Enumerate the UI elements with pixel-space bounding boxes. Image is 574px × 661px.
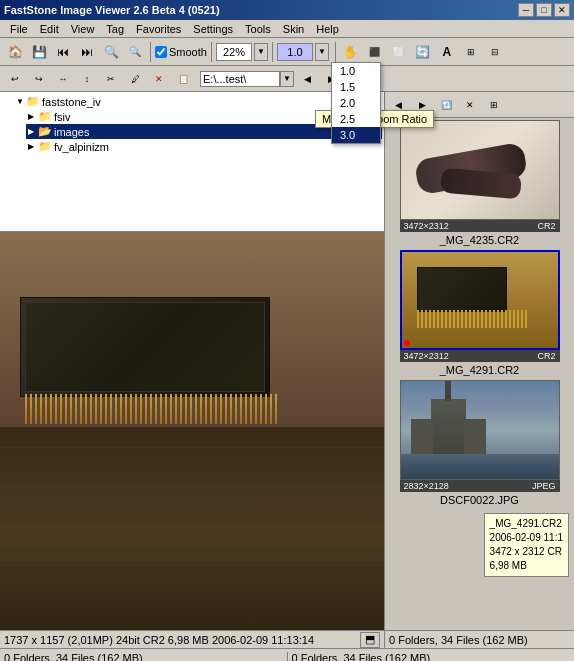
thumb-item-1[interactable]: 3472×2312 CR2 _MG_4235.CR2 (387, 120, 572, 246)
chip-thumb-pins (417, 310, 527, 328)
tb2-btn4[interactable]: ↕ (76, 68, 98, 90)
bg-bottom (0, 427, 384, 630)
menu-edit[interactable]: Edit (34, 22, 65, 36)
folder-icon-faststone: 📁 (26, 95, 40, 108)
chip-thumb-body (417, 267, 507, 312)
folder-icon-images: 📂 (38, 125, 52, 138)
ratio-option-4[interactable]: 2.5 (332, 111, 380, 127)
main-image-display (0, 232, 384, 630)
chip-pins-top (25, 394, 277, 424)
wood-line2 (0, 487, 384, 488)
toolbar-sep3 (272, 42, 273, 62)
toolbar-rotate-btn[interactable]: 🔄 (412, 41, 434, 63)
thumb-item-3[interactable]: 2832×2128 JPEG DSCF0022.JPG (387, 380, 572, 506)
ratio-option-2[interactable]: 1.5 (332, 79, 380, 95)
path-input[interactable] (200, 71, 280, 87)
toolbar-save-btn[interactable]: 💾 (28, 41, 50, 63)
tree-item-faststone[interactable]: ▼ 📁 faststone_iv (14, 94, 382, 109)
toolbar-zoom-in-btn[interactable]: 🔍 (100, 41, 122, 63)
tb2-btn7[interactable]: ✕ (148, 68, 170, 90)
toolbar-extra-btn[interactable]: ⊟ (484, 41, 506, 63)
bottom-status: 0 Folders, 34 Files (162 MB) 0 Folders, … (0, 648, 574, 661)
ratio-dropdown-btn[interactable]: ▼ (315, 43, 329, 61)
rt-btn4[interactable]: ✕ (459, 94, 481, 116)
right-panel: ◀ ▶ 🔃 ✕ ⊞ 3472×2312 CR2 (385, 92, 574, 648)
status-btn[interactable]: ⬒ (360, 632, 380, 648)
toolbar-pan-btn[interactable]: ✋ (340, 41, 362, 63)
red-dot-indicator (404, 340, 410, 346)
thumb-item-2[interactable]: 3472×2312 CR2 _MG_4291.CR2 (387, 250, 572, 376)
thumb-name-2: _MG_4291.CR2 (387, 364, 572, 376)
water (401, 454, 559, 479)
ratio-option-3[interactable]: 2.0 (332, 95, 380, 111)
tree-label-alpinizm: fv_alpinizm (54, 141, 109, 153)
toolbar-zoom-out-btn[interactable]: 🔍 (124, 41, 146, 63)
rt-btn3[interactable]: 🔃 (435, 94, 457, 116)
thumb-img-3 (400, 380, 560, 480)
thumb-name-1: _MG_4235.CR2 (387, 234, 572, 246)
tb2-btn6[interactable]: 🖊 (124, 68, 146, 90)
building-bg (401, 381, 559, 479)
zoom-dropdown-btn[interactable]: ▼ (254, 43, 268, 61)
tb2-btn2[interactable]: ↪ (28, 68, 50, 90)
menu-settings[interactable]: Settings (187, 22, 239, 36)
menu-file[interactable]: File (4, 22, 34, 36)
wood-line3 (0, 527, 384, 528)
toolbar-fit-btn[interactable]: ⬛ (364, 41, 386, 63)
minimize-button[interactable]: ─ (518, 3, 534, 17)
toolbar-actual-btn[interactable]: ⬜ (388, 41, 410, 63)
status-right: 0 Folders, 34 Files (162 MB) (288, 652, 575, 662)
menubar: File Edit View Tag Favorites Settings To… (0, 20, 574, 38)
menu-tools[interactable]: Tools (239, 22, 277, 36)
building-left (411, 419, 433, 454)
folder-icon-fsiv: 📁 (38, 110, 52, 123)
toolbar-prev-btn[interactable]: ⏮ (52, 41, 74, 63)
main-area: ▼ 📁 faststone_iv ▶ 📁 fsiv ▶ 📂 images ▶ 📁… (0, 92, 574, 648)
tree-label-faststone: faststone_iv (42, 96, 101, 108)
maximize-button[interactable]: □ (536, 3, 552, 17)
building-main (431, 399, 466, 454)
popup-line2: 2006-02-09 11:1 (490, 531, 563, 545)
wood-line5 (0, 607, 384, 608)
tb2-btn3[interactable]: ↔ (52, 68, 74, 90)
titlebar: FastStone Image Viewer 2.6 Beta 4 (0521)… (0, 0, 574, 20)
rt-btn5[interactable]: ⊞ (483, 94, 505, 116)
smooth-check-input[interactable] (155, 46, 167, 58)
ratio-option-5[interactable]: 3.0 (332, 127, 380, 143)
thumb-format-3: JPEG (532, 481, 556, 491)
toolbar-home-btn[interactable]: 🏠 (4, 41, 26, 63)
menu-favorites[interactable]: Favorites (130, 22, 187, 36)
tb2-nav1[interactable]: ◀ (296, 68, 318, 90)
thumb-dims-2: 3472×2312 (404, 351, 449, 361)
ratio-input[interactable] (277, 43, 313, 61)
menu-help[interactable]: Help (310, 22, 345, 36)
tb2-btn1[interactable]: ↩ (4, 68, 26, 90)
expand-icon-alpinizm: ▶ (28, 142, 36, 151)
path-dropdown-btn[interactable]: ▼ (280, 71, 294, 87)
tb2-btn8[interactable]: 📋 (172, 68, 194, 90)
wood-line1 (0, 447, 384, 448)
building-right (464, 419, 486, 454)
left-panel: ▼ 📁 faststone_iv ▶ 📁 fsiv ▶ 📂 images ▶ 📁… (0, 92, 385, 648)
ratio-option-1[interactable]: 1.0 (332, 63, 380, 79)
zoom-input[interactable] (216, 43, 252, 61)
toolbar-sep2 (211, 42, 212, 62)
menu-skin[interactable]: Skin (277, 22, 310, 36)
right-status-bar: 0 Folders, 34 Files (162 MB) (385, 630, 574, 648)
popup-line4: 6,98 MB (490, 559, 563, 573)
menu-tag[interactable]: Tag (100, 22, 130, 36)
toolbar-next-btn[interactable]: ⏭ (76, 41, 98, 63)
tb2-btn5[interactable]: ✂ (100, 68, 122, 90)
image-info-popup: _MG_4291.CR2 2006-02-09 11:1 3472 x 2312… (484, 513, 569, 577)
toolbar-text-btn[interactable]: A (436, 41, 458, 63)
thumb-dims-1: 3472×2312 (404, 221, 449, 231)
smooth-checkbox[interactable]: Smooth (155, 46, 207, 58)
chip-thumb-bg (402, 252, 558, 348)
thumb-img-2 (400, 250, 560, 350)
thumbnail-area: 3472×2312 CR2 _MG_4235.CR2 (385, 118, 574, 630)
menu-view[interactable]: View (65, 22, 101, 36)
toolbar-grid-btn[interactable]: ⊞ (460, 41, 482, 63)
popup-line1: _MG_4291.CR2 (490, 517, 563, 531)
tree-item-alpinizm[interactable]: ▶ 📁 fv_alpinizm (26, 139, 382, 154)
close-button[interactable]: ✕ (554, 3, 570, 17)
